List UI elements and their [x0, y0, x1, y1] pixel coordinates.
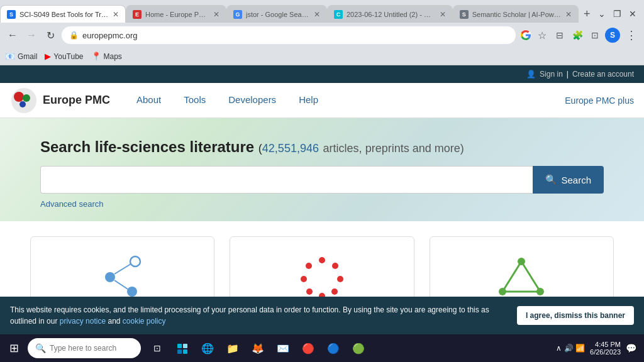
taskbar: ⊞ 🔍 ⊡ 🌐 📁 🦊 ✉️ 🔴 🔵 🟢 ∧ 🔊 📶 4:45 PM 6/26/… [0, 334, 644, 362]
hero-title: Search life-sciences literature (42,551,… [40, 138, 604, 156]
tab-title-5: Semantic Scholar | AI-Power... [472, 11, 562, 18]
hero-title-before: Search life-sciences literature [40, 138, 254, 155]
svg-point-12 [337, 276, 343, 282]
svg-point-4 [19, 101, 26, 107]
explorer-button[interactable] [171, 337, 194, 359]
nav-tools[interactable]: Tools [172, 83, 217, 118]
nav-help[interactable]: Help [287, 83, 330, 118]
bookmark-maps-label: Maps [104, 52, 122, 61]
create-account-link[interactable]: Create an account [572, 70, 634, 79]
tab-controls: ⌄ ❐ ✕ [596, 8, 644, 23]
separator: | [567, 70, 569, 79]
tab-3[interactable]: G jstor - Google Search ✕ [226, 5, 327, 23]
date-display: 6/26/2023 [590, 348, 621, 356]
start-button[interactable]: ⊞ [3, 337, 25, 359]
tab-ctrl-close[interactable]: ✕ [626, 8, 639, 20]
tab-bar: S SCI-S049 Best Tools for Trac... ✕ E Ho… [0, 0, 644, 23]
search-bar: 🔍 Search [40, 166, 604, 194]
logo[interactable]: Europe PMC [10, 87, 110, 114]
profile-button[interactable]: ⊡ [587, 28, 602, 43]
tab-favicon-3: G [233, 10, 242, 19]
browser-actions: ☆ ⊟ 🧩 ⊡ S ⋮ [519, 28, 639, 43]
triangle-icon [496, 255, 547, 299]
cookie-policy-link[interactable]: cookie policy [123, 317, 166, 326]
tab-favicon-1: S [7, 10, 16, 19]
search-input[interactable] [40, 166, 533, 194]
bookmark-youtube[interactable]: ▶ YouTube [45, 52, 83, 61]
edge-button[interactable]: 🌐 [196, 337, 219, 359]
privacy-notice-link[interactable]: privacy notice [60, 317, 106, 326]
cookie-and: and [108, 317, 120, 326]
tab-5[interactable]: S Semantic Scholar | AI-Power... ✕ [453, 5, 579, 23]
advanced-search-link[interactable]: Advanced search [40, 199, 103, 209]
cookie-dismiss-button[interactable]: I agree, dismiss this banner [517, 306, 634, 325]
nav-developers[interactable]: Developers [217, 83, 287, 118]
svg-point-5 [130, 256, 140, 266]
innovative-icon [43, 252, 201, 302]
tab-close-4[interactable]: ✕ [440, 10, 446, 19]
extension-button[interactable]: 🧩 [570, 28, 585, 43]
tab-close-5[interactable]: ✕ [565, 10, 572, 19]
explorer-icon [176, 342, 189, 354]
files-button[interactable]: 📁 [221, 337, 244, 359]
svg-point-2 [14, 92, 24, 102]
google-profile[interactable]: S [605, 28, 620, 43]
svg-point-3 [23, 94, 30, 102]
tab-4[interactable]: C 2023-06-12 Untitled (2) - Co... ✕ [327, 5, 453, 23]
bookmark-gmail[interactable]: 📧 Gmail [5, 52, 37, 61]
taskbar-search-input[interactable] [50, 344, 131, 353]
tab-search-button[interactable]: ⊟ [552, 28, 567, 43]
tab-title-1: SCI-S049 Best Tools for Trac... [19, 11, 109, 18]
chrome-button[interactable]: 🔵 [322, 337, 345, 359]
svg-line-9 [114, 280, 128, 289]
svg-point-16 [301, 276, 307, 282]
time-display: 4:45 PM [590, 341, 621, 348]
comprehensive-icon [243, 252, 401, 302]
svg-rect-22 [177, 344, 182, 348]
tab-close-3[interactable]: ✕ [314, 10, 320, 19]
svg-line-8 [114, 264, 131, 274]
nav-about[interactable]: About [125, 83, 172, 118]
taskbar-right: ∧ 🔊 📶 4:45 PM 6/26/2023 💬 [556, 341, 641, 356]
bookmark-maps[interactable]: 📍 Maps [91, 52, 122, 61]
browser-chrome: S SCI-S049 Best Tools for Trac... ✕ E Ho… [0, 0, 644, 65]
svg-point-20 [499, 288, 506, 295]
app2-button[interactable]: 🟢 [347, 337, 370, 359]
notification-button[interactable]: 💬 [626, 343, 636, 353]
search-button[interactable]: 🔍 Search [533, 166, 604, 194]
svg-point-15 [306, 288, 313, 295]
tab-ctrl-minimize[interactable]: ⌄ [596, 8, 608, 20]
tab-ctrl-restore[interactable]: ❐ [611, 8, 624, 20]
more-options-button[interactable]: ⋮ [624, 28, 639, 43]
svg-marker-18 [502, 261, 540, 292]
bookmarks-bar: 📧 Gmail ▶ YouTube 📍 Maps [0, 48, 644, 65]
svg-point-7 [127, 287, 137, 297]
bookmark-gmail-label: Gmail [18, 52, 37, 61]
auth-bar: 👤 Sign in | Create an account [0, 65, 644, 83]
forward-button[interactable]: → [24, 28, 39, 43]
sign-in-link[interactable]: Sign in [540, 70, 563, 79]
tab-2[interactable]: E Home - Europe PMC ✕ [126, 5, 226, 23]
hero-title-after: articles, preprints and more) [323, 142, 464, 155]
google-icon [519, 29, 532, 41]
task-view-button[interactable]: ⊡ [146, 337, 169, 359]
address-input[interactable]: 🔒 europepmc.org [62, 26, 516, 44]
app1-button[interactable]: 🔴 [297, 337, 319, 359]
back-button[interactable]: ← [5, 28, 20, 43]
epmcplus-link[interactable]: Europe PMC plus [565, 96, 634, 106]
search-button-label: Search [561, 175, 591, 185]
taskbar-search[interactable]: 🔍 [28, 338, 141, 358]
refresh-button[interactable]: ↻ [43, 28, 58, 43]
cookie-banner: This website requires cookies, and the l… [0, 297, 644, 334]
hero-section: Search life-sciences literature (42,551,… [0, 118, 644, 221]
new-tab-button[interactable]: + [579, 5, 596, 23]
tab-close-2[interactable]: ✕ [213, 10, 219, 19]
mail-button[interactable]: ✉️ [272, 337, 294, 359]
share-icon [97, 255, 148, 299]
firefox-button[interactable]: 🦊 [247, 337, 269, 359]
taskbar-icons-tray: ∧ 🔊 📶 [556, 344, 585, 353]
logo-icon [10, 87, 38, 114]
tab-1[interactable]: S SCI-S049 Best Tools for Trac... ✕ [0, 5, 126, 23]
star-button[interactable]: ☆ [535, 28, 550, 43]
tab-close-1[interactable]: ✕ [113, 10, 119, 19]
